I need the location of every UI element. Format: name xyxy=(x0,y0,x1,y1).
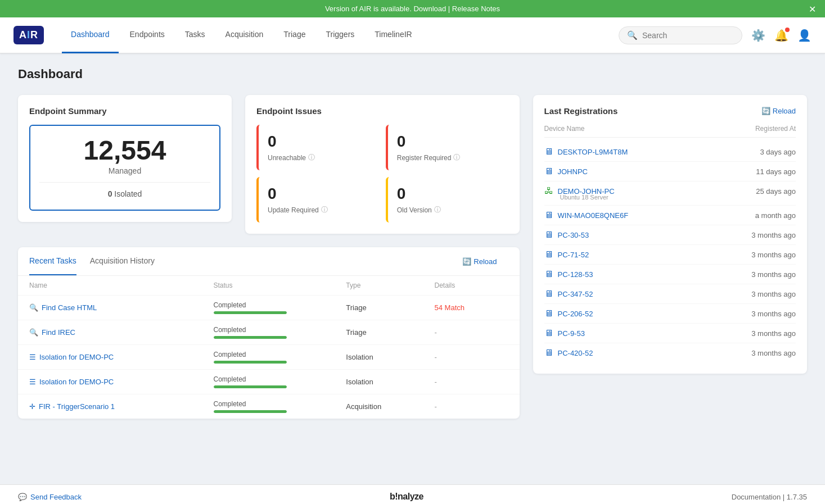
device-info: 🖥 PC-30-53 xyxy=(544,230,589,240)
table-row: 🖥 PC-30-53 3 months ago xyxy=(544,225,796,245)
table-row: 🖥 PC-347-52 3 months ago xyxy=(544,284,796,304)
endpoint-summary-card: Endpoint Summary 12,554 Managed 0 Isolat… xyxy=(18,95,232,222)
registered-time: 3 months ago xyxy=(751,310,796,318)
table-row: 🖥 PC-206-52 3 months ago xyxy=(544,304,796,324)
issue-old-label: Old Version ⓘ xyxy=(397,205,499,215)
task-details-3: - xyxy=(435,378,508,386)
issue-update-label: Update Required ⓘ xyxy=(268,205,370,215)
task-name-4[interactable]: ✛ FIR - TriggerScenario 1 xyxy=(29,402,214,411)
managed-count: 12,554 xyxy=(39,137,210,164)
tasks-reload-button[interactable]: 🔄 Reload xyxy=(462,253,508,270)
registrations-header: Last Registrations 🔄 Reload xyxy=(544,106,796,116)
device-info: 🖥 JOHNPC xyxy=(544,166,588,176)
registrations-reload-button[interactable]: 🔄 Reload xyxy=(761,107,796,115)
task-name-3[interactable]: ☰ Isolation for DEMO-PC xyxy=(29,378,214,386)
nav-item-tasks[interactable]: Tasks xyxy=(176,17,214,53)
device-name[interactable]: PC-206-52 xyxy=(558,310,593,318)
device-info: 🖥 PC-9-53 xyxy=(544,328,585,338)
registered-time: 11 days ago xyxy=(756,167,796,176)
nav-item-acquisition[interactable]: Acquisition xyxy=(217,17,273,53)
device-name[interactable]: PC-347-52 xyxy=(558,290,593,298)
table-row: ✛ FIR - TriggerScenario 1 Completed Acqu… xyxy=(18,394,520,419)
device-name[interactable]: PC-30-53 xyxy=(558,231,589,239)
endpoint-issues-title: Endpoint Issues xyxy=(256,106,508,116)
table-row: ☰ Isolation for DEMO-PC Completed Isolat… xyxy=(18,369,520,394)
task-details-0: 54 Match xyxy=(435,303,508,312)
nav-item-endpoints[interactable]: Endpoints xyxy=(121,17,174,53)
gear-icon: ⚙️ xyxy=(751,29,765,42)
progress-bar xyxy=(214,410,287,413)
desktop-icon: 🖥 xyxy=(544,249,553,260)
footer-version: 1.7.35 xyxy=(787,493,807,501)
managed-label: Managed xyxy=(39,166,210,175)
task-name-0[interactable]: 🔍 Find Case HTML xyxy=(29,303,214,312)
registrations-title: Last Registrations xyxy=(544,106,618,116)
search-input[interactable] xyxy=(642,31,732,40)
task-details-4: - xyxy=(435,402,508,411)
desktop-icon: 🖥 xyxy=(544,289,553,299)
issue-register-label: Register Required ⓘ xyxy=(397,153,499,162)
issue-update-count: 0 xyxy=(268,185,370,203)
device-name[interactable]: JOHNPC xyxy=(558,167,588,176)
server-icon: 🖧 xyxy=(544,186,553,196)
issue-register-required: 0 Register Required ⓘ xyxy=(386,125,508,170)
logo[interactable]: AIR xyxy=(13,26,44,44)
table-row: 🖥 PC-420-52 3 months ago xyxy=(544,343,796,362)
device-name[interactable]: WIN-MAO0E8QNE6F xyxy=(558,211,629,220)
search-icon: 🔍 xyxy=(29,303,38,312)
nav-item-triage[interactable]: Triage xyxy=(274,17,314,53)
task-type-3: Isolation xyxy=(346,378,434,386)
nav-item-dashboard[interactable]: Dashboard xyxy=(62,17,119,53)
task-name-2[interactable]: ☰ Isolation for DEMO-PC xyxy=(29,353,214,361)
tab-recent-tasks[interactable]: Recent Tasks xyxy=(29,247,76,275)
doc-link[interactable]: Documentation xyxy=(732,493,781,501)
user-button[interactable]: 👤 xyxy=(797,29,812,42)
desktop-icon: 🖥 xyxy=(544,147,553,157)
last-registrations-card: Last Registrations 🔄 Reload Device Name … xyxy=(533,95,808,374)
tasks-table-header: Name Status Type Details xyxy=(18,276,520,295)
register-info-icon[interactable]: ⓘ xyxy=(453,153,460,162)
device-name[interactable]: PC-128-53 xyxy=(558,270,593,279)
table-row: 🖥 JOHNPC 11 days ago xyxy=(544,162,796,181)
desktop-icon: 🖥 xyxy=(544,328,553,338)
device-name[interactable]: DESKTOP-L9M4T8M xyxy=(558,148,628,156)
task-status-1: Completed xyxy=(214,326,346,339)
device-name[interactable]: PC-71-52 xyxy=(558,251,589,259)
crosshair-icon: ✛ xyxy=(29,402,35,411)
tab-acquisition-history[interactable]: Acquisition History xyxy=(90,247,155,275)
nav-item-triggers[interactable]: Triggers xyxy=(317,17,363,53)
progress-bar xyxy=(214,336,287,339)
nav-item-timelineir[interactable]: TimelineIR xyxy=(366,17,421,53)
registered-time: 3 months ago xyxy=(751,290,796,298)
notification-dot xyxy=(785,28,790,32)
feedback-link[interactable]: 💬 Send Feedback xyxy=(18,493,82,501)
task-name-1[interactable]: 🔍 Find IREC xyxy=(29,328,214,337)
device-name[interactable]: PC-9-53 xyxy=(558,329,585,338)
issue-update-required: 0 Update Required ⓘ xyxy=(256,177,379,223)
banner-close-button[interactable]: ✕ xyxy=(809,3,816,14)
issue-old-version: 0 Old Version ⓘ xyxy=(386,177,508,223)
old-info-icon[interactable]: ⓘ xyxy=(434,205,441,215)
desktop-icon: 🖥 xyxy=(544,269,553,279)
device-info: 🖥 PC-206-52 xyxy=(544,308,593,319)
notifications-button[interactable]: 🔔 xyxy=(774,29,788,42)
settings-button[interactable]: ⚙️ xyxy=(751,29,765,42)
search-box[interactable]: 🔍 xyxy=(619,26,742,44)
registered-time: 3 months ago xyxy=(751,251,796,259)
tasks-table: Name Status Type Details 🔍 Find Case HTM… xyxy=(18,276,520,419)
task-status-2: Completed xyxy=(214,351,346,364)
search-icon: 🔍 xyxy=(627,30,638,40)
header: AIR Dashboard Endpoints Tasks Acquisitio… xyxy=(0,17,825,53)
progress-bar xyxy=(214,311,287,314)
unreachable-info-icon[interactable]: ⓘ xyxy=(308,153,315,162)
progress-bar xyxy=(214,361,287,364)
device-info: 🖥 PC-347-52 xyxy=(544,289,593,299)
list-icon: ☰ xyxy=(29,378,36,386)
endpoint-issues-card: Endpoint Issues 0 Unreachable ⓘ 0 Regist… xyxy=(245,95,520,234)
registered-time: 3 months ago xyxy=(751,270,796,279)
device-name[interactable]: PC-420-52 xyxy=(558,349,593,357)
isolated-count: 0 xyxy=(108,189,112,198)
banner-text: Version of AIR is available. Download | … xyxy=(325,4,500,13)
update-info-icon[interactable]: ⓘ xyxy=(321,205,328,215)
footer-right: Documentation | 1.7.35 xyxy=(732,493,807,501)
